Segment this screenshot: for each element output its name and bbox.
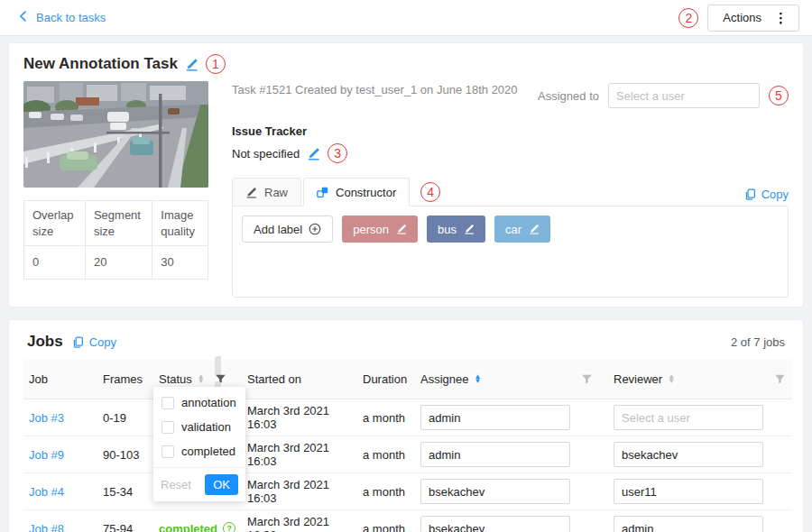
filter-option-validation[interactable]: validation <box>153 415 245 439</box>
assigned-to-label: Assigned to <box>538 89 599 103</box>
sort-reviewer-icon[interactable]: ▲▼ <box>668 375 675 383</box>
jobs-count: 2 of 7 jobs <box>731 335 785 349</box>
frames-cell: 0-19 <box>97 399 153 436</box>
col-status-label: Status <box>159 372 192 386</box>
col-assignee[interactable]: Assignee ▲▼ <box>415 360 576 399</box>
task-params-table: Overlap size Segment size Image quality … <box>23 200 208 280</box>
started-cell: March 3rd 2021 16:03 <box>242 399 357 436</box>
label-chip-car[interactable]: car <box>494 216 550 243</box>
filter-funnel-icon-reviewer[interactable] <box>774 373 787 385</box>
filter-option-completed[interactable]: completed <box>153 439 245 463</box>
checkbox-annotation[interactable] <box>161 397 174 409</box>
col-frames[interactable]: Frames <box>97 360 153 399</box>
reviewer-input[interactable] <box>614 516 763 532</box>
job-link-4[interactable]: Job #4 <box>29 485 64 499</box>
frames-cell: 75-94 <box>97 510 153 532</box>
label-chip-person[interactable]: person <box>342 216 418 243</box>
back-to-tasks-label: Back to tasks <box>36 11 106 24</box>
more-vertical-icon <box>774 10 788 26</box>
param-header-segment: Segment size <box>85 201 152 246</box>
copy-jobs-label: Copy <box>89 335 116 349</box>
col-duration[interactable]: Duration <box>357 360 415 399</box>
status-badge: completed <box>159 522 235 532</box>
started-cell: March 3rd 2021 16:03 <box>242 436 357 473</box>
sort-assignee-icon[interactable]: ▲▼ <box>474 375 481 383</box>
assigned-to-input[interactable] <box>608 83 760 108</box>
edit-label-icon[interactable] <box>529 224 540 234</box>
table-row: Job #3 0-19 March 3rd 2021 16:03 a month <box>23 399 792 436</box>
assignee-input[interactable] <box>420 516 570 532</box>
filter-option-validation-label: validation <box>181 420 231 434</box>
job-link-3[interactable]: Job #3 <box>29 411 64 425</box>
task-title: New Annotation Task <box>23 55 178 73</box>
tab-constructor-label: Constructor <box>336 186 396 199</box>
actions-button[interactable]: Actions <box>707 5 799 32</box>
duration-cell: a month <box>357 399 415 436</box>
add-label-button[interactable]: Add label <box>242 216 333 243</box>
checkbox-completed[interactable] <box>161 445 174 458</box>
copy-labels-link[interactable]: Copy <box>744 188 789 201</box>
sort-status-icon[interactable]: ▲▼ <box>198 375 205 383</box>
annotation-badge-5: 5 <box>769 86 789 105</box>
labels-constructor-panel: Add label person bus <box>232 206 789 298</box>
col-started[interactable]: Started on <box>242 360 357 399</box>
reviewer-input[interactable] <box>614 479 763 504</box>
label-bus-name: bus <box>438 223 457 236</box>
jobs-card: Jobs Copy 2 of 7 jobs Job Frames Status … <box>9 320 803 532</box>
top-bar: Back to tasks 2 Actions <box>0 0 812 36</box>
copy-icon <box>72 336 84 348</box>
col-assignee-filter[interactable] <box>576 360 608 399</box>
reviewer-input[interactable] <box>614 405 763 430</box>
chevron-left-icon <box>18 11 29 24</box>
label-person-name: person <box>353 223 389 236</box>
job-link-9[interactable]: Job #9 <box>29 448 64 462</box>
blocks-icon <box>317 187 328 198</box>
status-text: completed <box>159 522 217 532</box>
col-reviewer-label: Reviewer <box>614 372 662 386</box>
param-header-quality: Image quality <box>152 201 208 246</box>
edit-title-icon[interactable] <box>185 58 198 71</box>
tab-constructor[interactable]: Constructor <box>303 178 410 206</box>
table-row: Job #8 75-94 completed March 3rd 2021 16… <box>23 510 792 532</box>
param-value-segment: 20 <box>85 246 152 280</box>
assignee-input[interactable] <box>420 442 570 467</box>
table-row: Job #4 15-34 March 3rd 2021 16:03 a mont… <box>23 473 792 510</box>
col-reviewer[interactable]: Reviewer ▲▼ <box>608 360 769 399</box>
tab-raw[interactable]: Raw <box>232 178 301 206</box>
edit-label-icon[interactable] <box>464 224 475 234</box>
copy-icon <box>744 188 756 200</box>
edit-label-icon[interactable] <box>396 224 407 234</box>
col-assignee-label: Assignee <box>420 372 468 386</box>
label-chip-bus[interactable]: bus <box>427 216 485 243</box>
filter-option-annotation[interactable]: annotation <box>153 390 245 415</box>
filter-option-annotation-label: annotation <box>181 396 236 409</box>
question-circle-icon[interactable] <box>223 522 235 532</box>
copy-jobs-link[interactable]: Copy <box>72 335 116 349</box>
assignee-input[interactable] <box>420 479 570 504</box>
duration-cell: a month <box>357 473 415 510</box>
reviewer-input[interactable] <box>614 442 763 467</box>
task-left-column: Overlap size Segment size Image quality … <box>23 81 208 298</box>
assignee-input[interactable] <box>420 405 570 430</box>
tab-raw-label: Raw <box>264 186 288 199</box>
frames-cell: 90-103 <box>97 436 153 473</box>
filter-funnel-icon-assignee[interactable] <box>581 373 603 385</box>
annotation-badge-2: 2 <box>678 8 698 28</box>
frames-cell: 15-34 <box>97 473 153 510</box>
copy-labels-label: Copy <box>761 188 789 201</box>
label-car-name: car <box>505 223 521 236</box>
param-value-quality: 30 <box>152 246 208 280</box>
checkbox-validation[interactable] <box>161 421 174 434</box>
edit-issue-tracker-icon[interactable] <box>307 147 320 161</box>
issue-tracker-label: Issue Tracker <box>232 124 789 138</box>
filter-reset-link[interactable]: Reset <box>161 478 191 491</box>
col-reviewer-filter[interactable] <box>769 360 792 399</box>
back-to-tasks-link[interactable]: Back to tasks <box>18 11 106 24</box>
jobs-table: Job Frames Status ▲▼ Started on Duration <box>23 360 792 532</box>
duration-cell: a month <box>357 436 415 473</box>
job-link-8[interactable]: Job #8 <box>29 522 64 532</box>
col-job[interactable]: Job <box>23 360 97 399</box>
filter-option-completed-label: completed <box>181 445 235 458</box>
task-card: New Annotation Task 1 <box>9 43 803 307</box>
filter-ok-button[interactable]: OK <box>205 474 238 495</box>
